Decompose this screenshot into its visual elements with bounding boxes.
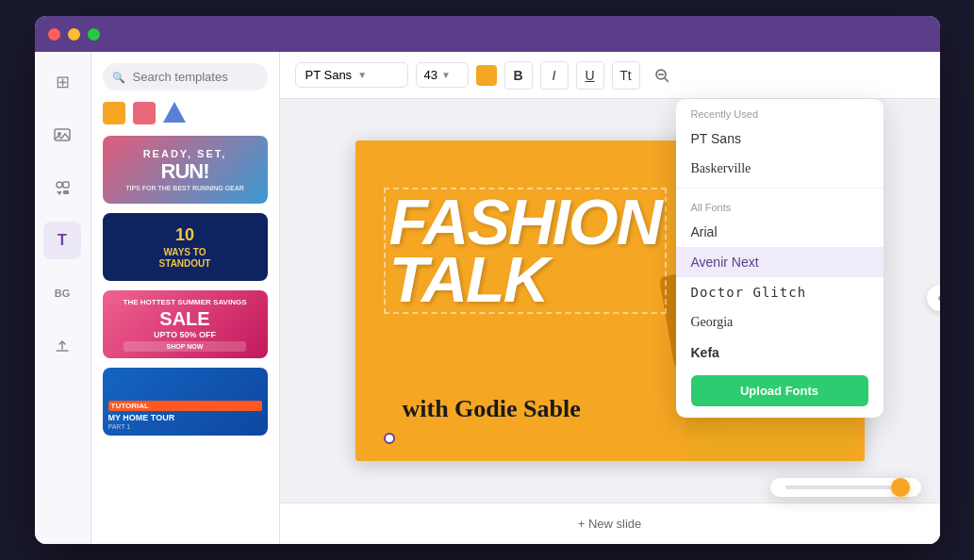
font-item-doctor-glitch[interactable]: Doctor Glitch — [676, 277, 883, 307]
editor-toolbar: PT Sans ▼ 43 ▼ B I U Tt — [280, 52, 940, 99]
swatch-blue-triangle[interactable] — [163, 102, 186, 123]
text-format-button[interactable]: Tt — [612, 61, 640, 90]
slider-thumb[interactable] — [891, 478, 910, 497]
app-window: ⊞ T BG — [35, 16, 940, 544]
recently-used-label: Recently Used — [676, 99, 883, 124]
search-input[interactable] — [103, 63, 268, 91]
resize-handle[interactable] — [384, 433, 395, 444]
svg-rect-4 — [63, 190, 69, 194]
sidebar: ⊞ T BG — [35, 52, 91, 544]
thumb3-text: THE HOTTEST Summer Savings SALE UPTO 50%… — [124, 298, 247, 352]
template-thumbnail-4[interactable]: TUTORIAL MY HOME TOUR PART 1 — [103, 368, 268, 436]
font-dropdown-arrow: ▼ — [357, 70, 367, 80]
font-name: PT Sans — [305, 68, 353, 82]
font-size-value: 43 — [424, 68, 437, 82]
thumb1-text: READY, SET, RUN! TIPS FOR THE BEST RUNNI… — [125, 148, 244, 192]
zoom-button[interactable] — [648, 61, 676, 90]
template-thumbnail-1[interactable]: READY, SET, RUN! TIPS FOR THE BEST RUNNI… — [103, 136, 268, 204]
slide-bar: + New slide — [280, 502, 940, 544]
font-item-baskerville[interactable]: Baskerville — [676, 154, 883, 184]
canvas-title[interactable]: FASHION TALK — [384, 188, 667, 314]
template-thumbnail-3[interactable]: THE HOTTEST Summer Savings SALE UPTO 50%… — [103, 290, 268, 358]
dropdown-divider — [676, 188, 883, 189]
font-dropdown-panel: Recently Used PT Sans Baskerville All Fo… — [676, 99, 883, 418]
editor-area: PT Sans ▼ 43 ▼ B I U Tt — [280, 52, 940, 544]
font-item-avenir-next[interactable]: Avenir Next — [676, 247, 883, 277]
close-button[interactable] — [48, 28, 60, 41]
svg-rect-3 — [63, 182, 69, 188]
swatch-yellow[interactable] — [103, 102, 125, 124]
sidebar-item-background[interactable]: BG — [43, 274, 81, 312]
font-item-pt-sans[interactable]: PT Sans — [676, 124, 883, 154]
all-fonts-label: All Fonts — [676, 192, 883, 217]
sidebar-item-grid[interactable]: ⊞ — [43, 63, 81, 101]
color-picker[interactable] — [476, 65, 497, 86]
thumbnails-list: READY, SET, RUN! TIPS FOR THE BEST RUNNI… — [91, 136, 279, 544]
underline-button[interactable]: U — [576, 61, 604, 90]
canvas-subtitle[interactable]: with Godie Sable — [403, 395, 581, 423]
minimize-button[interactable] — [68, 28, 80, 41]
add-slide-button[interactable]: + New slide — [567, 511, 653, 536]
content-panel: READY, SET, RUN! TIPS FOR THE BEST RUNNI… — [91, 52, 280, 544]
title-bar — [35, 16, 940, 52]
sidebar-item-elements[interactable] — [43, 169, 81, 206]
swatch-pink[interactable] — [133, 102, 156, 124]
sidebar-item-upload[interactable] — [43, 327, 81, 365]
sidebar-item-text[interactable]: T — [43, 222, 81, 259]
size-dropdown-arrow: ▼ — [441, 70, 451, 80]
font-item-kefa[interactable]: Kefa — [676, 338, 883, 368]
search-wrap — [103, 63, 268, 91]
font-size-selector[interactable]: 43 ▼ — [416, 62, 469, 88]
thumb4-text: MY HOME TOUR — [108, 413, 262, 422]
slider-fill — [785, 486, 876, 489]
sidebar-item-image[interactable] — [43, 116, 81, 154]
italic-button[interactable]: I — [540, 61, 569, 90]
upload-fonts-button[interactable]: Upload Fonts — [691, 375, 868, 406]
bold-button[interactable]: B — [504, 61, 533, 90]
main-area: ⊞ T BG — [35, 52, 940, 544]
color-swatches — [91, 102, 279, 136]
maximize-button[interactable] — [88, 28, 100, 41]
font-item-georgia[interactable]: Georgia — [676, 307, 883, 338]
search-bar — [91, 52, 279, 102]
template-thumbnail-2[interactable]: 10 WAYS TOSTANDOUT — [103, 213, 268, 281]
svg-point-2 — [57, 182, 62, 188]
font-selector[interactable]: PT Sans ▼ — [295, 62, 408, 88]
svg-rect-0 — [55, 129, 70, 140]
slider-track[interactable] — [785, 486, 906, 489]
font-item-arial[interactable]: Arial — [676, 217, 883, 247]
thumb4-label: TUTORIAL — [108, 401, 262, 411]
slider-widget — [770, 478, 921, 497]
thumb2-text: 10 WAYS TOSTANDOUT — [159, 225, 211, 270]
